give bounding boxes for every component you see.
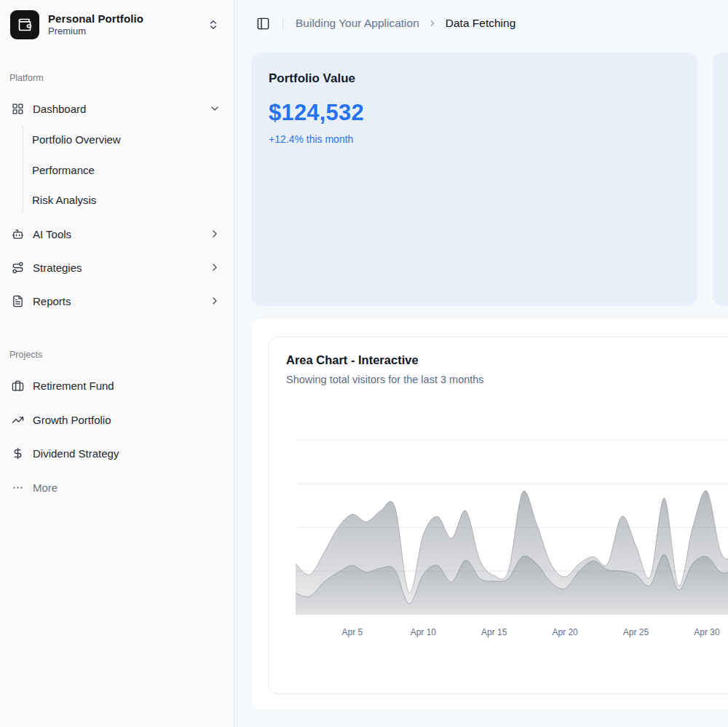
- svg-text:Apr 20: Apr 20: [552, 627, 578, 637]
- trending-up-icon: [12, 414, 24, 426]
- subitem-label: Risk Analysis: [32, 194, 96, 206]
- team-name: Personal Portfolio: [48, 12, 199, 26]
- breadcrumb: Building Your Application Data Fetching: [296, 17, 515, 30]
- sidebar-item-ai-tools[interactable]: AI Tools: [6, 219, 228, 248]
- layout-grid-icon: [12, 103, 24, 115]
- breadcrumb-current: Data Fetching: [446, 17, 516, 30]
- svg-text:Apr 10: Apr 10: [411, 627, 437, 637]
- route-icon: [12, 262, 24, 274]
- sidebar-item-dashboard[interactable]: Dashboard: [6, 94, 228, 123]
- main-area: Building Your Application Data Fetching …: [234, 0, 728, 727]
- subitem-label: Performance: [32, 164, 95, 176]
- subitem-label: Portfolio Overview: [32, 133, 121, 146]
- sidebar-item-label: Retirement Fund: [33, 380, 222, 392]
- sidebar-subitem-risk-analysis[interactable]: Risk Analysis: [26, 186, 228, 213]
- breadcrumb-link[interactable]: Building Your Application: [296, 17, 419, 30]
- chevron-right-icon: [209, 262, 221, 273]
- sidebar-item-growth-portfolio[interactable]: Growth Portfolio: [6, 405, 228, 434]
- chart-subtitle: Showing total visitors for the last 3 mo…: [286, 374, 484, 385]
- subtree-indent-line: [23, 126, 23, 212]
- sidebar: Personal Portfolio Premium Platform Dash…: [0, 0, 234, 727]
- area-chart-card: Area Chart - Interactive Showing total v…: [268, 337, 728, 694]
- svg-text:Apr 5: Apr 5: [342, 627, 363, 637]
- panel-left-icon: [256, 17, 270, 31]
- chevron-right-icon: [209, 228, 221, 240]
- topbar: Building Your Application Data Fetching: [234, 0, 728, 47]
- team-logo: [10, 10, 39, 39]
- sidebar-item-label: Dashboard: [33, 103, 200, 115]
- sidebar-item-dividend-strategy[interactable]: Dividend Strategy: [6, 439, 228, 468]
- sidebar-item-strategies[interactable]: Strategies: [6, 253, 228, 282]
- wallet-icon: [17, 17, 32, 32]
- sidebar-item-more[interactable]: More: [6, 473, 228, 502]
- team-switcher[interactable]: Personal Portfolio Premium: [6, 6, 228, 44]
- dollar-sign-icon: [12, 447, 24, 460]
- ellipsis-icon: [12, 482, 24, 494]
- sidebar-item-label: Strategies: [33, 262, 200, 274]
- svg-text:Apr 30: Apr 30: [694, 627, 720, 637]
- stat-card-title: Portfolio Value: [269, 71, 680, 86]
- sidebar-item-label: Dividend Strategy: [33, 447, 222, 460]
- svg-text:Apr 15: Apr 15: [481, 627, 507, 637]
- portfolio-value-card: Portfolio Value $124,532 +12.4% this mon…: [251, 52, 697, 306]
- content-panel: Area Chart - Interactive Showing total v…: [251, 318, 728, 710]
- sidebar-item-retirement-fund[interactable]: Retirement Fund: [6, 371, 228, 400]
- svg-text:Apr 25: Apr 25: [623, 627, 649, 637]
- team-plan: Premium: [48, 25, 199, 37]
- file-text-icon: [12, 295, 24, 307]
- chevrons-up-down-icon: [207, 19, 219, 31]
- sidebar-item-reports[interactable]: Reports: [6, 286, 228, 315]
- stat-card-value: $124,532: [269, 100, 680, 126]
- sidebar-item-label: Growth Portfolio: [33, 414, 222, 426]
- section-label-platform: Platform: [9, 72, 44, 84]
- section-label-projects: Projects: [9, 349, 42, 361]
- chevron-right-icon: [209, 295, 221, 307]
- sidebar-item-label: Reports: [33, 295, 200, 307]
- stat-card-change: +12.4% this month: [269, 133, 680, 145]
- sidebar-subitem-portfolio-overview[interactable]: Portfolio Overview: [26, 125, 228, 153]
- sidebar-subitem-performance[interactable]: Performance: [26, 156, 228, 184]
- area-chart-plot[interactable]: Apr 5Apr 10Apr 15Apr 20Apr 25Apr 30: [286, 419, 728, 652]
- chevron-down-icon: [209, 103, 221, 114]
- chart-title: Area Chart - Interactive: [286, 353, 419, 367]
- sidebar-item-label: AI Tools: [33, 228, 200, 240]
- topbar-separator: [282, 17, 283, 30]
- sidebar-item-label: More: [33, 482, 222, 494]
- stat-card-partial: [713, 52, 728, 306]
- bot-icon: [12, 228, 24, 240]
- sidebar-toggle-button[interactable]: [256, 17, 270, 31]
- breadcrumb-chevron-icon: [427, 18, 438, 28]
- briefcase-icon: [12, 380, 24, 392]
